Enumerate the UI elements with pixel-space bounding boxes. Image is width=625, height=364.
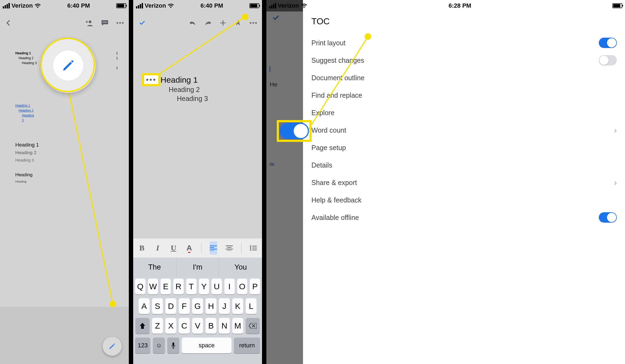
key-e[interactable]: E — [160, 279, 171, 294]
toc-link[interactable]: 3 — [15, 118, 118, 123]
back-icon[interactable] — [5, 19, 12, 26]
svg-point-10 — [250, 249, 251, 250]
key-s[interactable]: S — [152, 298, 163, 314]
menu-find-and-replace[interactable]: Find and replace — [311, 86, 617, 104]
redo-icon[interactable] — [204, 20, 212, 26]
key-mic[interactable] — [167, 338, 179, 353]
svg-point-2 — [117, 22, 118, 24]
svg-point-7 — [255, 22, 257, 24]
key-o[interactable]: O — [237, 279, 248, 294]
svg-point-4 — [122, 22, 124, 24]
key-y[interactable]: Y — [199, 279, 209, 294]
heading-2: Heading 2 — [15, 150, 118, 156]
screen-toc-panel: Verizon 6:28 PM He He TOC Print layoutSu… — [266, 0, 625, 364]
key-t[interactable]: T — [186, 279, 197, 294]
key-u[interactable]: U — [212, 279, 222, 294]
toc-link[interactable]: Heading 1 — [15, 103, 118, 108]
toc-link[interactable]: Heading — [15, 113, 118, 118]
text-color-button[interactable]: A — [185, 241, 193, 255]
plus-icon[interactable] — [219, 19, 227, 26]
align-center-button[interactable] — [225, 241, 233, 255]
svg-point-0 — [89, 20, 91, 23]
italic-button[interactable]: I — [154, 241, 162, 255]
comment-icon[interactable] — [101, 19, 109, 26]
svg-point-6 — [252, 22, 254, 24]
menu-available-offline[interactable]: Available offline — [311, 209, 617, 226]
key-emoji[interactable]: ☺ — [153, 338, 165, 353]
key-q[interactable]: Q — [135, 279, 145, 294]
heading: Heading — [15, 172, 118, 178]
status-bar: Verizon 6:40 PM — [133, 0, 262, 11]
key-m[interactable]: M — [232, 318, 243, 334]
modal-overlay[interactable] — [266, 0, 303, 364]
menu-share-export[interactable]: Share & export› — [311, 174, 617, 191]
more-icon[interactable] — [116, 19, 124, 26]
add-person-icon[interactable] — [85, 19, 93, 26]
key-n[interactable]: N — [219, 318, 230, 334]
bold-button[interactable]: B — [138, 241, 146, 255]
format-bar: B I U A — [133, 238, 262, 258]
key-shift[interactable] — [135, 318, 150, 334]
menu-page-setup[interactable]: Page setup — [311, 139, 617, 156]
key-d[interactable]: D — [165, 298, 176, 314]
toc-link[interactable]: Heading 2 — [15, 108, 118, 113]
menu-explore[interactable]: Explore — [311, 104, 617, 121]
key-h[interactable]: H — [206, 298, 216, 314]
key-f[interactable]: F — [179, 298, 190, 314]
battery-icon — [116, 3, 126, 8]
suggestion[interactable]: The — [133, 258, 176, 277]
toggle[interactable] — [599, 55, 617, 65]
heading-1: Heading 1 — [160, 75, 254, 85]
suggestion[interactable]: You — [219, 258, 262, 277]
key-k[interactable]: K — [232, 298, 243, 314]
undo-icon[interactable] — [189, 20, 197, 26]
key-123[interactable]: 123 — [135, 338, 150, 353]
key-space[interactable]: space — [182, 338, 231, 353]
key-r[interactable]: R — [173, 279, 184, 294]
key-b[interactable]: B — [206, 318, 216, 334]
status-time: 6:40 PM — [201, 2, 223, 9]
key-c[interactable]: C — [179, 318, 190, 334]
toggle[interactable] — [599, 38, 617, 48]
suggestion[interactable]: I'm — [176, 258, 219, 277]
key-w[interactable]: W — [148, 279, 158, 294]
document-body[interactable]: Heading 1 Heading 2 Heading 3 — [133, 34, 262, 108]
text-format-icon[interactable] — [234, 19, 242, 26]
key-l[interactable]: L — [246, 298, 257, 314]
svg-point-5 — [250, 22, 251, 24]
status-time: 6:28 PM — [449, 2, 471, 9]
status-bar: Verizon 6:40 PM — [0, 0, 129, 11]
overflow-panel: TOC Print layoutSuggest changesDocument … — [303, 11, 625, 364]
key-a[interactable]: A — [139, 298, 150, 314]
menu-suggest-changes[interactable]: Suggest changes — [311, 52, 617, 69]
more-icon[interactable] — [249, 19, 257, 26]
menu-details[interactable]: Details — [311, 156, 617, 174]
align-left-button[interactable] — [210, 241, 217, 255]
chevron-right-icon: › — [614, 126, 617, 135]
annotation-toggle-zoom — [277, 120, 312, 142]
menu-help-feedback[interactable]: Help & feedback — [311, 191, 617, 209]
bullet-list-button[interactable] — [249, 241, 257, 255]
key-backspace[interactable] — [246, 318, 260, 334]
menu-print-layout[interactable]: Print layout — [311, 34, 617, 52]
key-return[interactable]: return — [234, 338, 260, 353]
menu-word-count[interactable]: Word count› — [311, 121, 617, 139]
svg-rect-1 — [103, 22, 107, 22]
menu-document-outline[interactable]: Document outline — [311, 69, 617, 86]
check-icon[interactable] — [138, 20, 146, 26]
suggestion-bar[interactable]: The I'm You — [133, 258, 262, 277]
key-v[interactable]: V — [192, 318, 203, 334]
key-x[interactable]: X — [165, 318, 176, 334]
underline-button[interactable]: U — [170, 241, 177, 255]
key-g[interactable]: G — [192, 298, 203, 314]
key-i[interactable]: I — [224, 279, 235, 294]
edit-fab[interactable] — [103, 337, 122, 356]
battery-icon — [249, 3, 259, 8]
keyboard[interactable]: The I'm You QWERTYUIOP ASDFGHJKL ZXCVBNM… — [133, 258, 262, 364]
key-j[interactable]: J — [219, 298, 230, 314]
svg-point-9 — [250, 247, 251, 249]
key-z[interactable]: Z — [152, 318, 163, 334]
toggle[interactable] — [599, 212, 617, 223]
wifi-icon — [34, 3, 41, 8]
key-p[interactable]: P — [250, 279, 260, 294]
